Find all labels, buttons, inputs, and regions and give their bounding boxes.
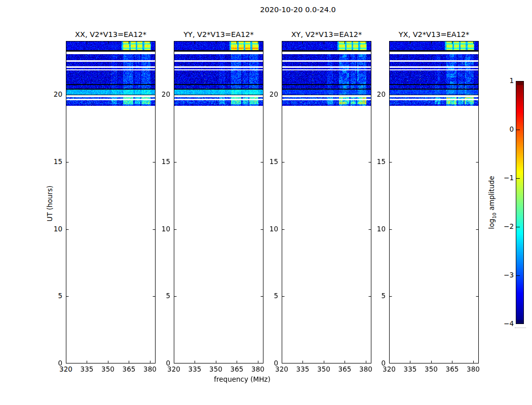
y-tick-label: 5 [46, 293, 62, 300]
y-tick-label: 20 [262, 91, 278, 98]
x-tick-label: 365 [121, 366, 137, 373]
y-tick-label: 0 [46, 360, 62, 367]
x-tick-label: 350 [423, 366, 439, 373]
x-tick-label: 320 [381, 366, 397, 373]
y-tick-label: 15 [154, 158, 170, 166]
x-tick-label: 365 [336, 366, 353, 373]
x-tick-label: 335 [294, 366, 311, 373]
figure-root: 2020-10-20 0.0-24.0 XX, V2*V13=EA12*3203… [0, 0, 532, 405]
spectrogram-canvas-yx [389, 41, 479, 363]
y-axis-label: UT (hours) [47, 186, 54, 222]
y-tick-label: 5 [262, 293, 278, 300]
x-tick-label: 350 [316, 366, 332, 373]
y-tick-label: 0 [154, 360, 170, 367]
colorbar-tick-label: 1 [498, 77, 514, 85]
colorbar-label-log: log [487, 219, 496, 229]
x-tick-label: 380 [142, 366, 158, 373]
y-tick-label: 20 [369, 91, 386, 98]
colorbar-axis-label: log10 amplitude [488, 176, 497, 229]
x-tick-label: 365 [229, 366, 245, 373]
x-axis-label: frequency (MHz) [214, 376, 270, 383]
panel-title-xx: XX, V2*V13=EA12* [75, 31, 146, 38]
x-tick-label: 365 [444, 366, 460, 373]
colorbar [516, 81, 524, 324]
y-tick-label: 20 [46, 91, 62, 98]
x-tick-label: 335 [402, 366, 418, 373]
x-tick-label: 320 [58, 366, 74, 373]
y-tick-label: 0 [369, 360, 386, 367]
figure-title: 2020-10-20 0.0-24.0 [260, 6, 335, 14]
colorbar-tick-label: −4 [498, 320, 514, 328]
x-tick-label: 320 [166, 366, 182, 373]
panel-title-yx: YX, V2*V13=EA12* [399, 31, 470, 38]
spectrogram-canvas-yy [174, 41, 263, 363]
y-tick-label: 15 [369, 158, 386, 166]
panel-title-xy: XY, V2*V13=EA12* [291, 31, 362, 38]
x-tick-label: 335 [79, 366, 95, 373]
colorbar-tick-label: −2 [498, 223, 514, 230]
y-tick-label: 10 [154, 226, 170, 233]
x-tick-label: 380 [465, 366, 481, 373]
colorbar-label-sub: 10 [491, 213, 497, 219]
x-tick-label: 350 [100, 366, 116, 373]
y-tick-label: 20 [154, 91, 170, 98]
y-tick-label: 10 [262, 226, 278, 233]
panel-title-yy: YY, V2*V13=EA12* [183, 31, 254, 38]
x-tick-label: 320 [274, 366, 290, 373]
x-tick-label: 380 [250, 366, 266, 373]
y-tick-label: 10 [46, 226, 62, 233]
x-tick-label: 350 [208, 366, 224, 373]
y-tick-label: 15 [262, 158, 278, 166]
colorbar-label-rest: amplitude [487, 176, 496, 213]
y-tick-label: 0 [262, 360, 278, 367]
x-tick-label: 380 [358, 366, 374, 373]
colorbar-tick-label: −1 [498, 175, 514, 182]
y-tick-label: 15 [46, 158, 62, 166]
y-tick-label: 5 [369, 293, 386, 300]
spectrogram-canvas-xx [66, 41, 156, 363]
y-tick-label: 10 [369, 226, 386, 233]
colorbar-tick-label: 0 [498, 126, 514, 133]
colorbar-tick-label: −3 [498, 272, 514, 279]
colorbar-extend-dots [515, 328, 526, 328]
spectrogram-canvas-xy [282, 41, 371, 363]
x-tick-label: 335 [186, 366, 203, 373]
y-tick-label: 5 [154, 293, 170, 300]
